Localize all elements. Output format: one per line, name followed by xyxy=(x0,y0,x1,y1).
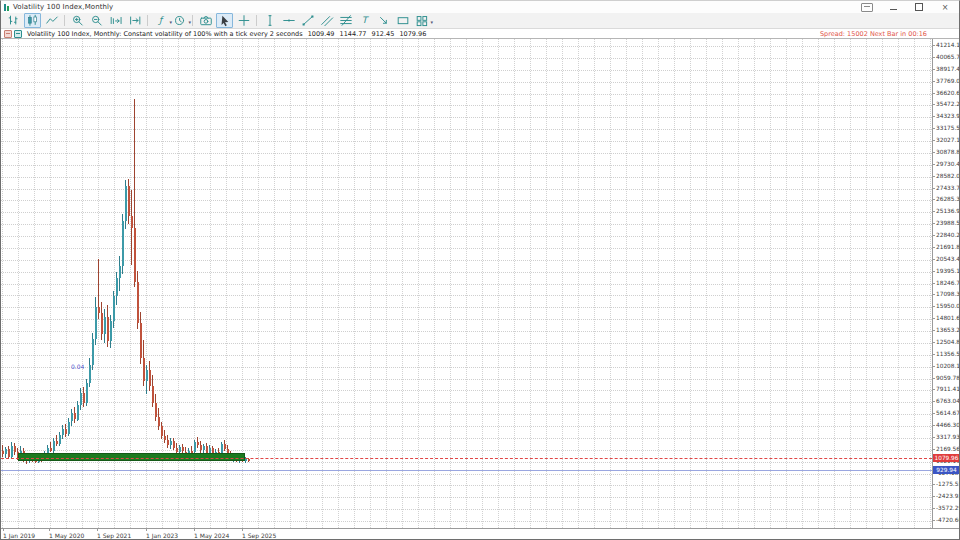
candle-body xyxy=(5,449,7,454)
time-axis-tick xyxy=(3,529,4,531)
vertical-gridline xyxy=(658,39,659,528)
candle-body xyxy=(167,440,169,445)
candle-body xyxy=(98,307,100,313)
fibonacci-icon[interactable] xyxy=(337,13,354,28)
line-chart-icon[interactable] xyxy=(43,13,60,28)
camera-icon[interactable] xyxy=(197,13,214,28)
minimize-button[interactable] xyxy=(887,3,899,12)
price-axis-label: 33175.55 xyxy=(936,126,960,132)
scroll-to-end-icon[interactable] xyxy=(107,13,124,28)
candle-body xyxy=(71,413,73,421)
virtual-keyboard-icon[interactable] xyxy=(861,3,873,12)
time-axis-label: 1 Jan 2023 xyxy=(146,532,178,539)
window-title: Volatility 100 Index,Monthly xyxy=(13,3,113,11)
time-axis-tick xyxy=(146,529,147,531)
candle-body xyxy=(56,441,58,444)
candle-body xyxy=(161,426,163,436)
price-axis-label: 35472.29 xyxy=(936,102,960,108)
trendline-icon[interactable] xyxy=(299,13,316,28)
vertical-gridline xyxy=(754,39,755,528)
symbol-info-icon[interactable] xyxy=(14,30,22,38)
candle-body xyxy=(194,442,196,452)
vertical-gridline xyxy=(514,39,515,528)
price-axis-label: -3572.29 xyxy=(936,506,960,512)
time-axis-label: 1 May 2024 xyxy=(194,532,229,539)
candle-body xyxy=(155,403,157,418)
price-axis-label: 22840.22 xyxy=(936,233,960,239)
candle-body xyxy=(116,278,118,297)
price-axis-label: 3317.93 xyxy=(936,435,960,441)
vertical-gridline xyxy=(866,39,867,528)
candle-body xyxy=(83,393,85,403)
time-axis-tick xyxy=(242,529,243,531)
price-axis-label: 18246.74 xyxy=(936,281,960,287)
horizontal-line-icon[interactable] xyxy=(280,13,297,28)
price-axis-label: 2169.56 xyxy=(936,447,960,453)
chart-area[interactable]: 0.04 xyxy=(1,39,932,528)
price-axis[interactable]: 1079.96 929.94 41214.1440065.7738917.403… xyxy=(932,39,960,528)
ohlc-info-icon[interactable] xyxy=(4,30,12,38)
candle-body xyxy=(101,313,103,334)
mt5-chart-window: Volatility 100 Index,Monthly × ƒ▾▾T▾ Vol… xyxy=(0,0,960,540)
arrow-icon[interactable] xyxy=(375,13,392,28)
spread-value: Spread: 15002 xyxy=(820,30,868,38)
chart-toolbar: ƒ▾▾T▾ xyxy=(1,13,959,29)
candle-body xyxy=(164,436,166,440)
toolbar-separator xyxy=(256,15,257,26)
vertical-gridline xyxy=(450,39,451,528)
candle-body xyxy=(149,370,151,387)
vertical-gridline xyxy=(770,39,771,528)
candle-body xyxy=(140,323,142,358)
vertical-gridline xyxy=(434,39,435,528)
candle-body xyxy=(62,429,64,435)
info-bar: Volatility 100 Index, Monthly: Constant … xyxy=(1,29,959,38)
chart-shift-icon[interactable] xyxy=(126,13,143,28)
vertical-gridline xyxy=(818,39,819,528)
chart-annotation[interactable]: 0.04 xyxy=(71,363,84,370)
timeframes-icon[interactable]: ▾ xyxy=(171,13,188,28)
text-icon[interactable]: T xyxy=(356,13,373,28)
candle-body xyxy=(170,441,172,445)
price-axis-label: 41214.14 xyxy=(936,43,960,49)
candle-body xyxy=(152,386,154,403)
vertical-gridline xyxy=(898,39,899,528)
vertical-gridline xyxy=(306,39,307,528)
time-axis-tick xyxy=(194,529,195,531)
price-axis-label: 32027.18 xyxy=(936,138,960,144)
rectangle-icon[interactable] xyxy=(394,13,411,28)
zoom-in-icon[interactable] xyxy=(69,13,86,28)
maximize-button[interactable] xyxy=(913,3,925,12)
candle-body xyxy=(182,447,184,451)
indicators-icon[interactable]: ƒ▾ xyxy=(152,13,169,28)
candle-body xyxy=(11,446,13,456)
time-axis-tick xyxy=(97,529,98,531)
candle-body xyxy=(68,422,70,434)
close-button[interactable]: × xyxy=(939,3,951,12)
vertical-line-icon[interactable] xyxy=(261,13,278,28)
candle-body xyxy=(92,339,94,365)
shapes-more-icon[interactable]: ▾ xyxy=(413,13,430,28)
candle-body xyxy=(146,370,148,381)
price-axis-label: 23988.59 xyxy=(936,221,960,227)
price-axis-label: -4720.66 xyxy=(936,518,960,524)
vertical-gridline xyxy=(482,39,483,528)
title-bar: Volatility 100 Index,Monthly × xyxy=(1,1,959,13)
vertical-gridline xyxy=(498,39,499,528)
vertical-gridline xyxy=(930,39,931,528)
bars-chart-icon[interactable] xyxy=(5,13,22,28)
channel-icon[interactable] xyxy=(318,13,335,28)
time-axis[interactable]: 1 Jan 20191 May 20201 Sep 20211 Jan 2023… xyxy=(1,528,959,540)
vertical-gridline xyxy=(338,39,339,528)
chart-window-icon xyxy=(4,3,9,11)
zoom-out-icon[interactable] xyxy=(88,13,105,28)
price-axis-label: -2423.92 xyxy=(936,494,960,500)
candle-body xyxy=(86,383,88,403)
price-axis-label: 21691.85 xyxy=(936,245,960,251)
high-value: 1144.77 xyxy=(340,30,367,38)
crosshair-icon[interactable] xyxy=(235,13,252,28)
candlestick-chart-icon[interactable] xyxy=(24,13,41,28)
chart-main: 0.04 1079.96 929.94 41214.1440065.773891… xyxy=(1,38,959,528)
support-trendline[interactable] xyxy=(18,453,245,461)
cursor-icon[interactable] xyxy=(216,13,233,28)
time-axis-label: 1 Sep 2025 xyxy=(242,532,276,539)
